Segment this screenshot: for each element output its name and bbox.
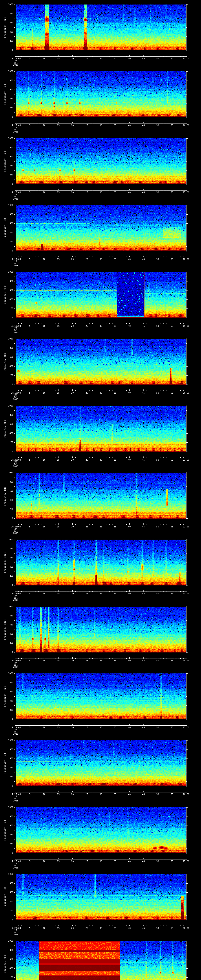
spectrogram-heatmap — [0, 468, 201, 535]
x-tick-label: 5 — [24, 124, 36, 126]
x-tick-label: 25 — [81, 191, 93, 194]
y-tick-label: 1000 — [5, 3, 13, 5]
x-tick-label: 10 — [38, 258, 50, 260]
x-tick-label: 25 — [81, 392, 93, 394]
x-tick-label: 30 — [95, 793, 107, 795]
y-tick-label: 1000 — [5, 472, 13, 474]
date-line: 2015 — [4, 331, 27, 334]
x-tick-label: 20 — [67, 592, 78, 595]
y-tick-label: 800 — [5, 146, 13, 149]
spectrogram-heatmap — [0, 401, 201, 468]
y-tick-label: 200 — [5, 107, 13, 109]
x-tick-label: 35 — [109, 592, 121, 595]
y-tick-label: 600 — [5, 423, 13, 425]
x-tick-label: 40 — [123, 526, 135, 528]
y-tick-label: 400 — [5, 98, 13, 100]
y-tick-label: 200 — [5, 173, 13, 176]
y-tick-label: 600 — [5, 891, 13, 893]
x-tick-label: 30 — [95, 191, 107, 194]
y-tick-label: 1000 — [5, 605, 13, 608]
x-tick-label: 50 — [152, 660, 164, 662]
spectrogram-heatmap — [0, 267, 201, 334]
x-tick-label: 50 — [152, 726, 164, 729]
y-tick-label: 400 — [5, 834, 13, 836]
y-tick-label: 200 — [5, 40, 13, 42]
x-tick-label: 25 — [81, 660, 93, 662]
x-tick-label: 25 — [81, 258, 93, 260]
x-tick-label: 20 — [67, 57, 78, 60]
date-line: 2015 — [4, 465, 27, 468]
y-tick-label: 400 — [5, 633, 13, 635]
y-tick-label: 600 — [5, 490, 13, 492]
x-tick-label: 30 — [95, 860, 107, 862]
y-tick-label: 1000 — [5, 271, 13, 273]
end-time-label: 25:00 — [174, 726, 198, 729]
x-tick-label: 50 — [152, 325, 164, 327]
date-line: 2015 — [4, 934, 27, 936]
y-axis-title: Frequency (Hz) — [4, 284, 6, 306]
x-tick-label: 40 — [123, 258, 135, 260]
y-tick-label: 800 — [5, 547, 13, 550]
y-tick-label: 400 — [5, 566, 13, 568]
spectrogram-heatmap — [0, 201, 201, 267]
x-tick-label: 15 — [53, 57, 64, 60]
end-time-label: 15:00 — [174, 57, 198, 60]
y-tick-label: 600 — [5, 958, 13, 960]
x-tick-label: 40 — [123, 927, 135, 929]
y-tick-label: 400 — [5, 365, 13, 367]
x-tick-label: 45 — [137, 258, 149, 260]
x-tick-label: 25 — [81, 927, 93, 929]
y-tick-label: 1000 — [5, 70, 13, 72]
spectrogram-heatmap — [0, 803, 201, 870]
x-tick-label: 20 — [67, 660, 78, 662]
y-tick-label: 800 — [5, 481, 13, 483]
x-tick-label: 20 — [67, 860, 78, 862]
y-tick-label: 0 — [5, 49, 13, 51]
y-tick-label: 1000 — [5, 672, 13, 675]
x-tick-label: 20 — [67, 258, 78, 260]
x-tick-label: 35 — [109, 793, 121, 795]
x-tick-label: 10 — [38, 459, 50, 461]
y-tick-label: 1000 — [5, 940, 13, 942]
y-axis-title: Frequency (Hz) — [4, 217, 6, 239]
y-axis-title: Frequency (Hz) — [4, 819, 6, 841]
spectrogram-panel: Frequency (Hz)0200400600800100017:28:005… — [0, 937, 201, 980]
x-tick-label: 15 — [53, 526, 64, 528]
y-tick-label: 200 — [5, 910, 13, 912]
y-axis-title: Frequency (Hz) — [4, 552, 6, 573]
y-tick-label: 400 — [5, 31, 13, 33]
spectrogram-heatmap — [0, 535, 201, 602]
date-line: 2015 — [4, 131, 27, 133]
x-tick-label: 5 — [24, 726, 36, 729]
y-tick-label: 600 — [5, 557, 13, 559]
spectrogram-panel: Frequency (Hz)0200400600800100017:17:005… — [0, 201, 201, 267]
y-tick-label: 0 — [5, 919, 13, 921]
y-tick-label: 0 — [5, 383, 13, 385]
x-tick-label: 10 — [38, 392, 50, 394]
x-tick-label: 10 — [38, 57, 50, 60]
spectrogram-heatmap — [0, 937, 201, 980]
y-tick-label: 1000 — [5, 806, 13, 808]
y-tick-label: 1000 — [5, 204, 13, 206]
x-tick-label: 35 — [109, 526, 121, 528]
x-tick-label: 35 — [109, 860, 121, 862]
y-axis-title: Frequency (Hz) — [4, 351, 6, 372]
x-tick-label: 30 — [95, 726, 107, 729]
x-tick-label: 35 — [109, 124, 121, 126]
x-tick-label: 15 — [53, 860, 64, 862]
y-tick-label: 400 — [5, 165, 13, 167]
x-tick-label: 45 — [137, 459, 149, 461]
x-tick-label: 40 — [123, 325, 135, 327]
spectrogram-heatmap — [0, 134, 201, 201]
x-tick-label: 35 — [109, 459, 121, 461]
x-tick-label: 25 — [81, 592, 93, 595]
y-tick-label: 600 — [5, 690, 13, 693]
spectrogram-panel: Frequency (Hz)0200400600800100017:16:005… — [0, 134, 201, 201]
x-tick-label: 25 — [81, 793, 93, 795]
y-tick-label: 0 — [5, 584, 13, 586]
spectrogram-panel: Frequency (Hz)0200400600800100017:22:005… — [0, 535, 201, 602]
x-tick-label: 45 — [137, 392, 149, 394]
date-line: 2015 — [4, 800, 27, 802]
y-tick-label: 1000 — [5, 538, 13, 541]
y-tick-label: 600 — [5, 757, 13, 759]
